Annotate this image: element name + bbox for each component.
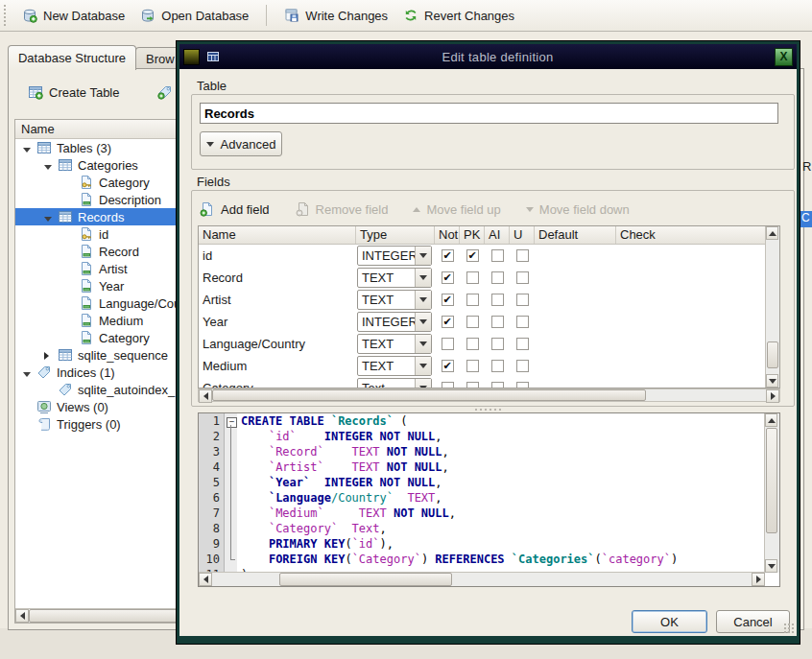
add-field-button[interactable]: Add field bbox=[200, 201, 270, 217]
scroll-right-icon[interactable] bbox=[766, 389, 779, 403]
open-database-button[interactable]: Open Database bbox=[132, 4, 256, 27]
fold-collapse-icon[interactable]: − bbox=[225, 413, 237, 429]
scroll-up-icon[interactable] bbox=[765, 413, 777, 427]
checkbox-u[interactable] bbox=[516, 271, 529, 284]
checkbox-pk[interactable] bbox=[466, 360, 479, 372]
window-menu-icon[interactable] bbox=[183, 49, 200, 65]
checkbox-ai[interactable] bbox=[491, 316, 504, 328]
column-header-name[interactable]: Name bbox=[199, 226, 356, 244]
checkbox-not[interactable]: ✔ bbox=[442, 294, 454, 306]
combo-arrow-icon[interactable] bbox=[415, 247, 431, 265]
sql-horizontal-scrollbar[interactable] bbox=[199, 572, 765, 586]
sql-scroll-thumb[interactable] bbox=[279, 573, 452, 586]
field-name-cell[interactable]: Artist bbox=[199, 293, 356, 307]
checkbox-u[interactable] bbox=[516, 338, 529, 350]
field-type-select[interactable]: TEXT bbox=[357, 356, 432, 376]
combo-arrow-icon[interactable] bbox=[415, 379, 431, 388]
resize-grip[interactable] bbox=[782, 622, 795, 634]
scroll-right-icon[interactable] bbox=[752, 573, 765, 586]
field-name-cell[interactable]: Record bbox=[199, 271, 356, 285]
fields-scroll-thumb[interactable] bbox=[212, 389, 646, 401]
scroll-left-icon[interactable] bbox=[199, 573, 212, 586]
checkbox-pk[interactable] bbox=[466, 294, 479, 306]
checkbox-ai[interactable] bbox=[491, 360, 504, 372]
column-header-not[interactable]: Not bbox=[435, 226, 460, 244]
column-header-pk[interactable]: PK bbox=[460, 226, 485, 244]
create-table-button[interactable]: Create Table bbox=[20, 81, 127, 104]
field-name-cell[interactable]: Category bbox=[199, 381, 356, 388]
tab-database-structure[interactable]: Database Structure bbox=[8, 45, 136, 70]
field-type-select[interactable]: INTEGER bbox=[357, 246, 432, 266]
column-header-ai[interactable]: AI bbox=[485, 226, 510, 244]
sql-vertical-scrollbar[interactable] bbox=[764, 413, 779, 573]
sql-code[interactable]: CREATE TABLE `Records` ( `id` INTEGER NO… bbox=[237, 413, 765, 573]
combo-arrow-icon[interactable] bbox=[415, 291, 431, 309]
fields-vscroll-thumb[interactable] bbox=[767, 341, 778, 368]
sql-preview-editor[interactable]: 1234567891011 − CREATE TABLE `Records` (… bbox=[198, 412, 780, 587]
checkbox-ai[interactable] bbox=[491, 249, 504, 262]
splitter-handle[interactable] bbox=[179, 407, 797, 412]
table-name-input[interactable] bbox=[200, 103, 778, 124]
checkbox-not[interactable] bbox=[442, 382, 454, 388]
field-type-select[interactable]: TEXT bbox=[357, 290, 432, 310]
checkbox-not[interactable]: ✔ bbox=[442, 360, 454, 372]
new-database-button[interactable]: New Database bbox=[14, 4, 132, 27]
fields-vertical-scrollbar[interactable] bbox=[765, 226, 779, 388]
checkbox-u[interactable] bbox=[516, 360, 529, 372]
checkbox-not[interactable] bbox=[442, 338, 454, 350]
checkbox-u[interactable] bbox=[516, 382, 529, 388]
advanced-button[interactable]: Advanced bbox=[200, 131, 282, 156]
checkbox-ai[interactable] bbox=[491, 271, 504, 284]
checkbox-ai[interactable] bbox=[491, 382, 504, 388]
checkbox-pk[interactable] bbox=[466, 316, 479, 328]
expander-expand-icon[interactable] bbox=[44, 348, 56, 363]
write-changes-button[interactable]: Write Changes bbox=[276, 4, 395, 27]
expander-collapse-icon[interactable] bbox=[23, 141, 35, 155]
checkbox-u[interactable] bbox=[516, 294, 529, 306]
column-header-default[interactable]: Default bbox=[535, 226, 616, 244]
toolbar-drag-handle[interactable] bbox=[3, 4, 7, 27]
combo-arrow-icon[interactable] bbox=[415, 313, 431, 331]
column-header-check[interactable]: Check bbox=[616, 226, 767, 244]
ok-button[interactable]: OK bbox=[632, 610, 707, 633]
checkbox-not[interactable]: ✔ bbox=[442, 316, 454, 328]
field-name-cell[interactable]: Language/Country bbox=[199, 337, 356, 351]
checkbox-u[interactable] bbox=[516, 316, 529, 328]
checkbox-ai[interactable] bbox=[491, 294, 504, 306]
sql-fold-margin[interactable]: − bbox=[225, 413, 237, 573]
field-name-cell[interactable]: id bbox=[199, 248, 356, 263]
scroll-up-icon[interactable] bbox=[766, 226, 778, 240]
column-header-type[interactable]: Type bbox=[356, 226, 435, 244]
close-icon[interactable]: X bbox=[775, 48, 793, 66]
scroll-left-icon[interactable] bbox=[199, 389, 212, 403]
fields-horizontal-scrollbar[interactable] bbox=[198, 388, 780, 402]
sql-vscroll-thumb[interactable] bbox=[766, 428, 777, 533]
checkbox-pk[interactable] bbox=[466, 271, 479, 284]
field-type-select[interactable]: Text bbox=[357, 378, 432, 388]
revert-changes-button[interactable]: Revert Changes bbox=[395, 4, 522, 27]
scroll-left-icon[interactable] bbox=[15, 609, 29, 623]
field-type-select[interactable]: TEXT bbox=[357, 334, 432, 354]
checkbox-pk[interactable]: ✔ bbox=[466, 249, 479, 262]
cancel-button[interactable]: Cancel bbox=[716, 610, 790, 633]
scroll-down-icon[interactable] bbox=[765, 559, 777, 573]
checkbox-u[interactable] bbox=[516, 249, 529, 262]
combo-arrow-icon[interactable] bbox=[415, 335, 431, 353]
field-name-cell[interactable]: Medium bbox=[199, 359, 356, 373]
checkbox-pk[interactable] bbox=[466, 382, 479, 388]
expander-collapse-icon[interactable] bbox=[44, 210, 56, 224]
combo-arrow-icon[interactable] bbox=[415, 357, 431, 375]
field-type-select[interactable]: INTEGER bbox=[357, 312, 432, 332]
checkbox-ai[interactable] bbox=[491, 338, 504, 350]
field-type-select[interactable]: TEXT bbox=[357, 268, 432, 288]
expander-collapse-icon[interactable] bbox=[44, 158, 56, 173]
scroll-down-icon[interactable] bbox=[766, 374, 778, 388]
checkbox-not[interactable]: ✔ bbox=[442, 249, 454, 262]
dialog-titlebar[interactable]: Edit table definition X bbox=[179, 44, 797, 69]
column-header-u[interactable]: U bbox=[510, 226, 535, 244]
checkbox-pk[interactable] bbox=[466, 338, 479, 350]
field-name-cell[interactable]: Year bbox=[199, 315, 356, 329]
checkbox-not[interactable]: ✔ bbox=[442, 271, 454, 284]
combo-arrow-icon[interactable] bbox=[415, 269, 431, 287]
expander-collapse-icon[interactable] bbox=[23, 365, 35, 380]
